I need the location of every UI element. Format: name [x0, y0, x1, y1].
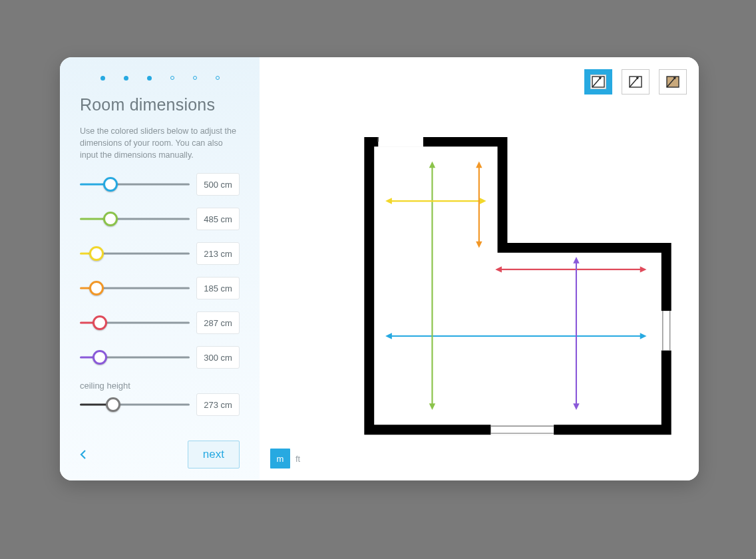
dimension-thumb-yellow[interactable]: [89, 246, 104, 261]
view-mode-grey[interactable]: [622, 69, 650, 94]
page-description: Use the colored sliders below to adjust …: [80, 125, 240, 161]
unit-imperial[interactable]: ft: [295, 454, 300, 464]
dimension-slider-red[interactable]: [80, 316, 190, 329]
progress-dot: [193, 76, 197, 80]
dimension-thumb-blue[interactable]: [103, 177, 118, 192]
chevron-left-icon: [80, 450, 87, 459]
svg-rect-3: [378, 137, 423, 147]
wizard-card: Room dimensions Use the colored sliders …: [60, 57, 699, 480]
dimension-input-yellow[interactable]: 213 cm: [196, 242, 240, 265]
view-mode-switcher: [584, 69, 687, 94]
ceiling-height-label: ceiling height: [80, 381, 240, 391]
progress-dot: [170, 76, 174, 80]
dimension-row-orange: 185 cm: [80, 277, 240, 299]
canvas-area: m ft: [260, 57, 699, 480]
progress-dot: [216, 76, 220, 80]
dimension-input-orange[interactable]: 185 cm: [196, 277, 240, 299]
unit-metric[interactable]: m: [270, 449, 290, 468]
ceiling-height-thumb[interactable]: [106, 397, 120, 412]
dimension-slider-orange[interactable]: [80, 281, 190, 295]
progress-dot: [124, 76, 128, 81]
dimension-input-blue[interactable]: 500 cm: [196, 173, 240, 196]
ceiling-height-slider[interactable]: [80, 398, 190, 411]
dimension-input-purple[interactable]: 300 cm: [196, 346, 240, 369]
view-mode-outline[interactable]: [584, 69, 612, 94]
dimension-slider-blue[interactable]: [80, 178, 190, 191]
dimension-row-blue: 500 cm: [80, 173, 240, 196]
slider-list: 500 cm485 cm213 cm185 cm287 cm300 cm: [80, 173, 240, 369]
dimension-input-red[interactable]: 287 cm: [196, 311, 240, 334]
ceiling-height-row: 273 cm: [80, 393, 240, 416]
view-mode-shaded[interactable]: [659, 69, 687, 94]
sidebar: Room dimensions Use the colored sliders …: [60, 57, 260, 480]
dimension-thumb-purple[interactable]: [93, 350, 107, 365]
dimension-slider-green[interactable]: [80, 212, 190, 226]
unit-toggle: m ft: [270, 449, 300, 468]
dimension-row-purple: 300 cm: [80, 346, 240, 369]
ceiling-height-input[interactable]: 273 cm: [196, 393, 240, 416]
dimension-row-yellow: 213 cm: [80, 242, 240, 265]
page-title: Room dimensions: [80, 95, 240, 114]
dimension-thumb-green[interactable]: [103, 212, 118, 226]
dimension-slider-purple[interactable]: [80, 351, 190, 364]
back-button[interactable]: [80, 447, 91, 463]
dimension-slider-yellow[interactable]: [80, 247, 190, 260]
dimension-row-red: 287 cm: [80, 311, 240, 334]
floor-plan[interactable]: [358, 137, 677, 443]
progress-dot: [100, 76, 105, 81]
dimension-thumb-red[interactable]: [93, 315, 107, 330]
dimension-thumb-orange[interactable]: [89, 281, 104, 295]
next-button[interactable]: next: [188, 441, 240, 468]
dimension-input-green[interactable]: 485 cm: [196, 208, 240, 230]
progress-dots: [80, 76, 240, 81]
dimension-row-green: 485 cm: [80, 208, 240, 230]
progress-dot: [147, 76, 152, 81]
